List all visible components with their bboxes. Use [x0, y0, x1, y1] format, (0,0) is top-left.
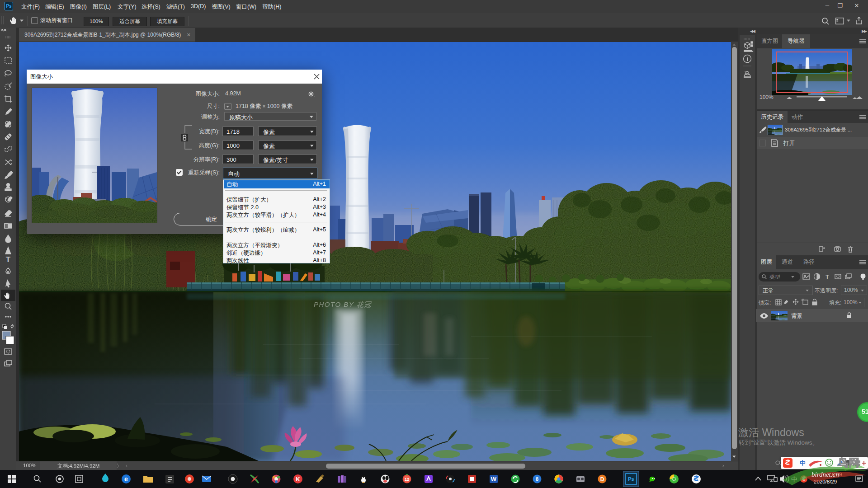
svg-text:T: T: [6, 255, 11, 264]
svg-text:PHOTO BY 花冠: PHOTO BY 花冠: [314, 300, 372, 308]
svg-text:T: T: [826, 273, 829, 280]
